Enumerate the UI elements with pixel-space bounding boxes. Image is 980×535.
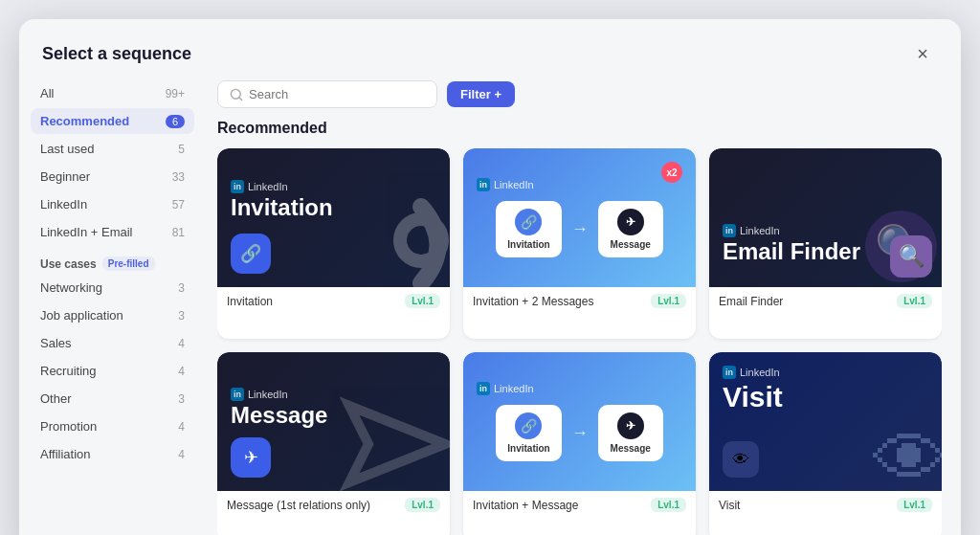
cards-grid: in LinkedIn Invitation 🔗 Invitation Lvl.…: [217, 148, 942, 535]
sidebar-label: All: [40, 86, 54, 100]
card-image: in LinkedIn Visit 👁 👁: [709, 352, 942, 491]
search-box: [217, 80, 437, 108]
sidebar-badge: 3: [178, 392, 185, 406]
sidebar-item-promotion[interactable]: Promotion4: [31, 413, 194, 439]
card-label-row: Invitation + 2 Messages Lvl.1: [463, 287, 696, 314]
card-image: in LinkedIn Invitation 🔗: [217, 148, 450, 287]
modal-title: Select a sequence: [42, 44, 191, 64]
card-image: in LinkedIn Message ✈: [217, 352, 450, 491]
level-badge: Lvl.1: [897, 294, 932, 308]
sidebar-item-linkedin-email[interactable]: LinkedIn + Email81: [31, 219, 194, 245]
level-badge: Lvl.1: [651, 294, 686, 308]
sidebar-badge: 6: [166, 115, 185, 128]
sidebar-item-other[interactable]: Other3: [31, 386, 194, 412]
sidebar-label: Affiliation: [40, 447, 91, 461]
card-name: Invitation + 2 Messages: [473, 295, 593, 308]
card-message[interactable]: in LinkedIn Message ✈ Message (1st relat…: [217, 352, 450, 535]
level-badge: Lvl.1: [651, 498, 686, 512]
sidebar-item-sales[interactable]: Sales4: [31, 330, 194, 356]
sidebar-item-networking[interactable]: Networking3: [31, 275, 194, 301]
sidebar-label: Beginner: [40, 169, 90, 184]
sidebar-label: Promotion: [40, 419, 97, 434]
card-invitation-2-messages[interactable]: in LinkedIn 🔗 Invitation → ✈ Message x2: [463, 148, 696, 339]
card-name: Email Finder: [719, 295, 783, 308]
svg-point-2: [400, 219, 442, 261]
card-label-row: Message (1st relations only) Lvl.1: [217, 491, 450, 518]
sidebar-badge: 5: [178, 143, 185, 156]
search-filter-row: Filter +: [217, 80, 942, 108]
card-name: Invitation: [227, 295, 273, 308]
sidebar-badge: 99+: [166, 87, 185, 100]
level-badge: Lvl.1: [405, 294, 440, 308]
level-badge: Lvl.1: [405, 498, 440, 512]
sidebar-badge: 4: [178, 365, 185, 378]
sidebar-badge: 57: [172, 198, 185, 212]
modal-header: Select a sequence ×: [19, 19, 961, 69]
card-visit[interactable]: in LinkedIn Visit 👁 👁 Visit Lvl.1: [709, 352, 942, 535]
sidebar: All99+Recommended6Last used5Beginner33Li…: [19, 80, 206, 535]
sidebar-label: LinkedIn + Email: [40, 225, 132, 239]
sidebar-label: Recommended: [40, 114, 129, 128]
card-image: in LinkedIn Email Finder 🔍 🔍: [709, 148, 942, 287]
sidebar-badge: 33: [172, 170, 185, 184]
x2-badge: x2: [661, 162, 682, 183]
sidebar-badge: 81: [172, 226, 185, 239]
card-image: in LinkedIn 🔗 Invitation → ✈ Message x2: [463, 148, 696, 287]
sidebar-item-beginner[interactable]: Beginner33: [31, 164, 194, 189]
sidebar-item-affiliation[interactable]: Affiliation4: [31, 441, 194, 467]
section-title: Recommended: [217, 120, 942, 137]
sidebar-badge: 4: [178, 337, 185, 350]
card-label-row: Invitation + Message Lvl.1: [463, 491, 696, 518]
close-button[interactable]: ×: [907, 38, 938, 69]
card-label-row: Email Finder Lvl.1: [709, 287, 942, 314]
prefilled-badge: Pre-filled: [102, 256, 155, 271]
sidebar-badge: 3: [178, 281, 185, 295]
sidebar-label: Recruiting: [40, 364, 97, 378]
modal: Select a sequence × All99+Recommended6La…: [19, 19, 961, 535]
card-label-row: Visit Lvl.1: [709, 491, 942, 518]
filter-button[interactable]: Filter +: [447, 81, 515, 107]
card-invitation[interactable]: in LinkedIn Invitation 🔗 Invitation Lvl.…: [217, 148, 450, 339]
card-name: Visit: [719, 499, 740, 512]
search-icon: [230, 88, 243, 101]
sidebar-label: Networking: [40, 280, 102, 295]
card-name: Message (1st relations only): [227, 499, 370, 512]
sidebar-item-linkedin[interactable]: LinkedIn57: [31, 191, 194, 217]
sidebar-item-recruiting[interactable]: Recruiting4: [31, 358, 194, 384]
card-email-finder[interactable]: in LinkedIn Email Finder 🔍 🔍 Email Finde…: [709, 148, 942, 339]
sidebar-label: Sales: [40, 336, 72, 350]
use-cases-section-label: Use cases Pre-filled: [31, 247, 194, 275]
sidebar-label: Last used: [40, 142, 94, 156]
sidebar-label: Other: [40, 391, 72, 406]
modal-body: All99+Recommended6Last used5Beginner33Li…: [19, 69, 961, 535]
sidebar-badge: 4: [178, 420, 185, 434]
card-label-row: Invitation Lvl.1: [217, 287, 450, 314]
level-badge: Lvl.1: [897, 498, 932, 512]
card-invitation-message[interactable]: in LinkedIn 🔗 Invitation → ✈ Message: [463, 352, 696, 535]
svg-line-1: [239, 97, 242, 100]
search-input[interactable]: [249, 87, 425, 101]
card-image: in LinkedIn 🔗 Invitation → ✈ Message: [463, 352, 696, 491]
sidebar-item-recommended[interactable]: Recommended6: [31, 108, 194, 134]
card-name: Invitation + Message: [473, 499, 578, 512]
sidebar-item-all[interactable]: All99+: [31, 80, 194, 106]
sidebar-badge: 4: [178, 448, 185, 461]
sidebar-label: LinkedIn: [40, 197, 87, 212]
svg-marker-3: [349, 406, 445, 482]
sidebar-badge: 3: [178, 309, 185, 323]
sidebar-label: Job application: [40, 308, 123, 323]
main-content: Filter + Recommended in LinkedIn Invitat…: [206, 80, 961, 535]
sidebar-item-job-application[interactable]: Job application3: [31, 302, 194, 328]
sidebar-item-last-used[interactable]: Last used5: [31, 136, 194, 162]
